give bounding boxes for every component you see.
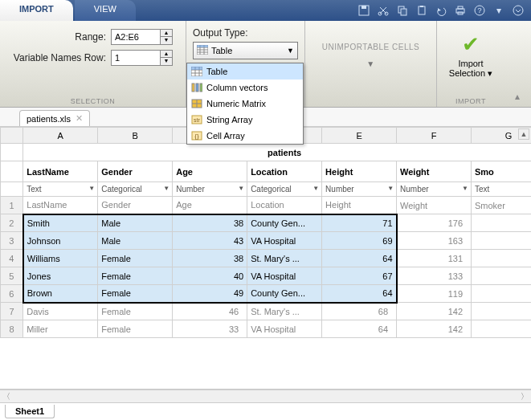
cell[interactable]: Female <box>98 320 173 338</box>
var-name[interactable]: LastName <box>23 161 98 182</box>
print-icon[interactable] <box>452 2 468 18</box>
var-name[interactable]: Weight <box>397 161 472 182</box>
col-header[interactable]: B <box>98 128 173 144</box>
cell[interactable]: 64 <box>322 250 397 267</box>
cell[interactable]: 119 <box>397 285 472 303</box>
undo-icon[interactable] <box>433 2 449 18</box>
cell[interactable] <box>472 232 532 250</box>
scroll-right-icon[interactable]: 〉 <box>518 391 531 402</box>
varnames-spin-down[interactable]: ▼ <box>161 58 172 65</box>
scroll-left-icon[interactable]: 〈 <box>0 391 13 402</box>
menu-item-cell-array[interactable]: {} Cell Array <box>187 128 303 144</box>
cell[interactable]: VA Hospital <box>247 267 322 285</box>
var-name[interactable]: Location <box>247 161 322 182</box>
cell[interactable]: 38 <box>173 250 247 267</box>
cell[interactable]: Location <box>247 197 322 214</box>
cell[interactable]: 69 <box>322 232 397 250</box>
tab-view[interactable]: VIEW <box>75 0 136 21</box>
var-type[interactable]: Text▼ <box>472 182 532 197</box>
col-header[interactable]: A <box>23 128 98 144</box>
cell[interactable]: 67 <box>322 267 397 285</box>
cell[interactable]: 49 <box>173 285 247 303</box>
cell[interactable]: 64 <box>322 320 397 338</box>
row-number[interactable]: 3 <box>1 232 23 250</box>
cell[interactable]: 133 <box>397 267 472 285</box>
menu-item-numeric-matrix[interactable]: Numeric Matrix <box>187 96 303 112</box>
var-type[interactable]: Categorical▼ <box>247 182 322 197</box>
data-grid[interactable]: ABCDEFGpatientsLastNameGenderAgeLocation… <box>0 127 531 338</box>
cell[interactable]: 64 <box>322 285 397 303</box>
cell[interactable]: County Gen... <box>247 214 322 232</box>
cell[interactable]: LastName <box>23 197 98 214</box>
cell[interactable] <box>472 285 532 303</box>
toolbar-more-icon[interactable] <box>510 2 526 18</box>
import-button[interactable]: ImportSelection ▾ <box>449 59 492 79</box>
paste-icon[interactable] <box>414 2 430 18</box>
cell[interactable]: VA Hospital <box>247 320 322 338</box>
copy-icon[interactable] <box>394 2 411 18</box>
range-spin-up[interactable]: ▲ <box>161 30 172 37</box>
file-tab[interactable]: patients.xls ✕ <box>19 110 90 126</box>
cell[interactable]: 33 <box>173 320 247 338</box>
var-type[interactable]: Number▼ <box>397 182 472 197</box>
cell[interactable]: Gender <box>98 197 173 214</box>
cell[interactable]: Male <box>98 232 173 250</box>
cell[interactable]: 46 <box>173 303 247 320</box>
var-name[interactable]: Smo <box>472 161 532 182</box>
cell[interactable] <box>472 320 532 338</box>
cell[interactable]: 176 <box>397 214 472 232</box>
var-type[interactable]: Number▼ <box>173 182 247 197</box>
varnames-input[interactable] <box>111 50 161 66</box>
cell[interactable]: Weight <box>397 197 472 214</box>
row-number[interactable]: 8 <box>1 320 23 338</box>
cell[interactable]: Age <box>173 197 247 214</box>
var-type[interactable]: Text▼ <box>23 182 98 197</box>
var-type[interactable]: Number▼ <box>322 182 397 197</box>
cell[interactable]: Davis <box>23 303 98 320</box>
horizontal-scrollbar[interactable]: 〈 〉 <box>0 389 531 402</box>
tab-import[interactable]: IMPORT <box>0 0 73 21</box>
scroll-up-icon[interactable]: ▲ <box>518 128 529 140</box>
cell[interactable] <box>472 250 532 267</box>
menu-item-column-vectors[interactable]: Column vectors <box>187 80 303 96</box>
help-icon[interactable]: ? <box>472 2 488 18</box>
var-name[interactable]: Age <box>173 161 247 182</box>
cell[interactable]: 142 <box>397 320 472 338</box>
cell[interactable]: 68 <box>322 303 397 320</box>
corner-cell[interactable] <box>1 128 23 144</box>
toolbar-dropdown-icon[interactable]: ▾ <box>491 2 507 18</box>
range-spin-down[interactable]: ▼ <box>161 37 172 44</box>
output-type-dropdown[interactable]: Table ▼ <box>193 42 298 59</box>
cell[interactable]: St. Mary's ... <box>247 250 322 267</box>
cut-icon[interactable] <box>375 2 391 18</box>
cell[interactable]: Height <box>322 197 397 214</box>
cell[interactable]: 40 <box>173 267 247 285</box>
cell[interactable]: Female <box>98 267 173 285</box>
row-number[interactable]: 1 <box>1 197 23 214</box>
row-number[interactable]: 7 <box>1 303 23 320</box>
cell[interactable]: VA Hospital <box>247 232 322 250</box>
cell[interactable]: County Gen... <box>247 285 322 303</box>
cell[interactable]: Johnson <box>23 232 98 250</box>
cell[interactable]: Male <box>98 214 173 232</box>
var-type[interactable]: Categorical▼ <box>98 182 173 197</box>
cell[interactable]: Female <box>98 285 173 303</box>
col-header[interactable]: F <box>397 128 472 144</box>
cell[interactable]: 163 <box>397 232 472 250</box>
cell[interactable]: Williams <box>23 250 98 267</box>
row-number[interactable]: 2 <box>1 214 23 232</box>
row-number[interactable]: 6 <box>1 285 23 303</box>
cell[interactable]: 38 <box>173 214 247 232</box>
cell[interactable]: 142 <box>397 303 472 320</box>
varnames-spin-up[interactable]: ▲ <box>161 51 172 58</box>
cell[interactable]: Smith <box>23 214 98 232</box>
range-input[interactable] <box>111 29 161 45</box>
cell[interactable]: Smoker <box>472 197 532 214</box>
cell[interactable]: Jones <box>23 267 98 285</box>
cell[interactable]: 131 <box>397 250 472 267</box>
close-icon[interactable]: ✕ <box>76 113 83 124</box>
unimportable-expand-icon[interactable]: ▼ <box>366 59 374 68</box>
cell[interactable]: Brown <box>23 285 98 303</box>
cell[interactable]: Miller <box>23 320 98 338</box>
cell[interactable] <box>472 267 532 285</box>
